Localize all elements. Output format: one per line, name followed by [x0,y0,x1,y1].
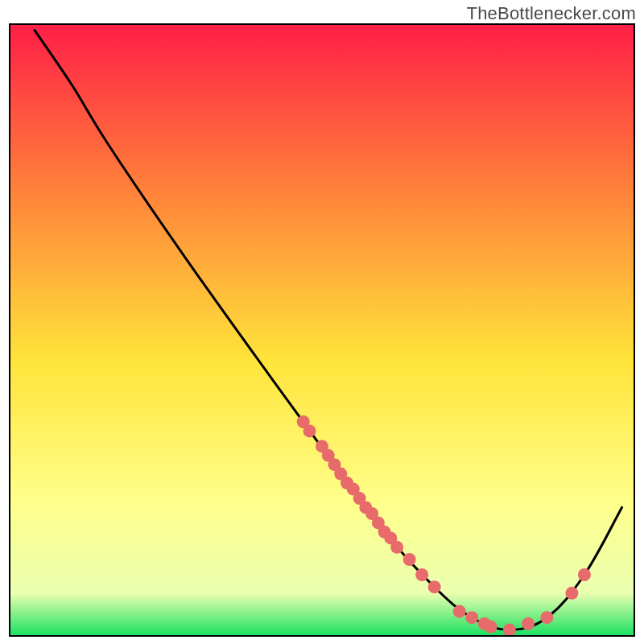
data-marker [578,568,591,581]
data-marker [303,424,316,437]
bottleneck-chart [0,0,644,644]
data-marker [415,568,428,581]
plot-area [10,24,634,636]
chart-background [10,24,634,636]
attribution-text: TheBottlenecker.com [467,3,636,24]
data-marker [540,611,553,624]
chart-container: TheBottlenecker.com [0,0,644,644]
data-marker [485,621,497,634]
data-marker [503,623,516,636]
data-marker [453,605,466,618]
data-marker [390,541,403,554]
data-marker [428,580,441,593]
data-marker [522,617,535,630]
data-marker [465,611,478,624]
data-marker [565,587,578,600]
data-marker [403,553,416,566]
